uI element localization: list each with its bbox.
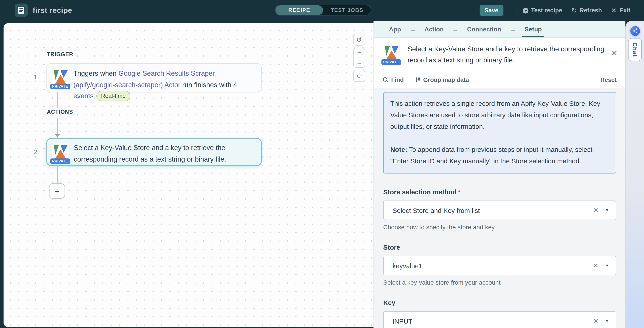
key-select[interactable]: INPUT ✕ ▾: [383, 311, 616, 328]
field-helper: Choose how to specify the store and key: [383, 224, 616, 231]
config-breadcrumb: App → Action → Connection → Setup: [374, 21, 626, 38]
recipe-logo-icon[interactable]: [14, 4, 28, 17]
chat-tab-button[interactable]: Chat: [628, 38, 642, 61]
breadcrumb-action[interactable]: Action: [424, 21, 444, 37]
clear-icon[interactable]: ✕: [593, 318, 598, 324]
step-number-1: 1: [34, 73, 37, 81]
top-bar: first recipe RECIPE TEST JOBS Save Test …: [0, 0, 644, 21]
apify-app-icon: PRIVATE: [52, 143, 70, 161]
app-root: first recipe RECIPE TEST JOBS Save Test …: [0, 0, 644, 328]
chevron-down-icon[interactable]: ▾: [606, 319, 608, 323]
search-icon: [383, 77, 388, 83]
zoom-out-icon[interactable]: −: [357, 59, 361, 67]
test-recipe-button[interactable]: Test recipe: [522, 7, 562, 14]
panel-title-row: PRIVATE Select a Key-Value Store and a k…: [374, 38, 626, 72]
save-button[interactable]: Save: [480, 5, 503, 16]
workflow-canvas[interactable]: ↺ + − TRIGGER 1: [4, 23, 374, 327]
breadcrumb-app[interactable]: App: [388, 21, 402, 37]
page-title: first recipe: [33, 0, 72, 21]
test-recipe-label: Test recipe: [531, 7, 562, 14]
reset-view-button[interactable]: ↺: [353, 34, 365, 46]
panel-toolbar: Find Group map data Reset: [374, 72, 626, 88]
breadcrumb-arrow-icon: →: [409, 21, 416, 37]
step-number-2: 2: [34, 148, 37, 155]
chat-tab-label: Chat: [632, 42, 638, 57]
connector-arrowhead: [55, 134, 60, 138]
chat-sidebar: Chat: [626, 21, 644, 328]
zoom-control[interactable]: + −: [353, 48, 365, 68]
required-marker: *: [458, 188, 460, 196]
chevron-down-icon[interactable]: ▾: [606, 263, 608, 268]
select-value: Select Store and Key from list: [392, 207, 593, 214]
pan-button[interactable]: [353, 70, 365, 82]
setup-form: This action retrieves a single record fr…: [374, 88, 626, 328]
refresh-label: Refresh: [580, 7, 602, 14]
exit-label: Exit: [619, 7, 630, 14]
select-value: keyvalue1: [392, 262, 593, 269]
breadcrumb-arrow-icon: →: [452, 21, 459, 37]
action-step-text: Select a Key-Value Store and a key to re…: [74, 142, 254, 165]
clear-icon[interactable]: ✕: [593, 207, 598, 214]
select-value: INPUT: [392, 317, 593, 325]
view-toggle: RECIPE TEST JOBS: [275, 5, 371, 16]
group-map-data-button[interactable]: Group map data: [415, 76, 469, 83]
sparkles-icon: [632, 28, 639, 35]
connector-line: [57, 118, 58, 134]
trigger-step-card[interactable]: PRIVATE Triggers when Google Search Resu…: [46, 63, 262, 92]
step-config-panel: App → Action → Connection → Setup PRIVAT…: [374, 21, 626, 328]
group-map-data-label: Group map data: [423, 76, 469, 83]
document-icon: [18, 6, 25, 14]
zoom-divider: [356, 58, 362, 58]
action-description-infobox: This action retrieves a single record fr…: [383, 92, 616, 174]
refresh-icon: ↻: [572, 7, 577, 14]
zoom-in-icon[interactable]: +: [357, 49, 361, 56]
topbar-actions: Save Test recipe ↻ Refresh ✕ Exit: [480, 0, 630, 21]
field-label: Key: [383, 298, 616, 307]
refresh-button[interactable]: ↻ Refresh: [572, 7, 602, 14]
apify-app-icon: PRIVATE: [52, 69, 70, 86]
tab-recipe[interactable]: RECIPE: [275, 5, 323, 15]
find-button[interactable]: Find: [383, 76, 404, 83]
trigger-section-label: TRIGGER: [47, 51, 73, 58]
actions-section-label: ACTIONS: [47, 109, 73, 115]
action-step-card[interactable]: PRIVATE Select a Key-Value Store and a k…: [46, 138, 262, 166]
breadcrumb-connection[interactable]: Connection: [466, 21, 502, 37]
field-label: Store: [383, 243, 616, 252]
connector-line: [57, 166, 58, 183]
field-label: Store selection method*: [383, 188, 616, 197]
undo-icon: ↺: [356, 36, 362, 44]
clear-icon[interactable]: ✕: [593, 262, 598, 269]
field-store-selection-method: Store selection method* Select Store and…: [383, 188, 616, 231]
move-icon: [356, 73, 362, 79]
reset-button[interactable]: Reset: [600, 76, 616, 83]
connector-line: [57, 92, 58, 108]
exit-button[interactable]: ✕ Exit: [611, 7, 630, 14]
plus-icon: +: [54, 187, 60, 196]
private-badge: PRIVATE: [382, 59, 401, 65]
panel-title: Select a Key-Value Store and a key to re…: [400, 43, 611, 72]
breadcrumb-setup[interactable]: Setup: [524, 21, 543, 37]
find-label: Find: [391, 76, 404, 83]
canvas-controls: ↺ + −: [353, 34, 365, 82]
breadcrumb-arrow-icon: →: [510, 21, 516, 37]
group-columns-icon: [415, 77, 420, 83]
private-badge: PRIVATE: [50, 158, 70, 164]
store-select[interactable]: keyvalue1 ✕ ▾: [383, 256, 616, 275]
chevron-down-icon[interactable]: ▾: [606, 208, 608, 213]
ai-assistant-button[interactable]: [630, 26, 640, 36]
close-panel-button[interactable]: ✕: [611, 50, 618, 57]
store-selection-method-select[interactable]: Select Store and Key from list ✕ ▾: [383, 201, 616, 220]
apify-app-icon: PRIVATE: [383, 44, 400, 62]
add-step-button[interactable]: +: [49, 183, 65, 199]
field-store: Store keyvalue1 ✕ ▾ Select a key-value s…: [383, 243, 616, 286]
topbar-divider: [512, 6, 513, 15]
trigger-step-text: Triggers when Google Search Results Scra…: [73, 68, 255, 102]
tab-test-jobs[interactable]: TEST JOBS: [323, 5, 371, 15]
close-icon: ✕: [611, 7, 616, 14]
field-helper: Select a key-value store from your accou…: [383, 279, 616, 286]
play-circle-icon: [522, 7, 528, 14]
field-key: Key INPUT ✕ ▾ Select a key from the chos…: [383, 298, 616, 328]
private-badge: PRIVATE: [50, 84, 70, 89]
